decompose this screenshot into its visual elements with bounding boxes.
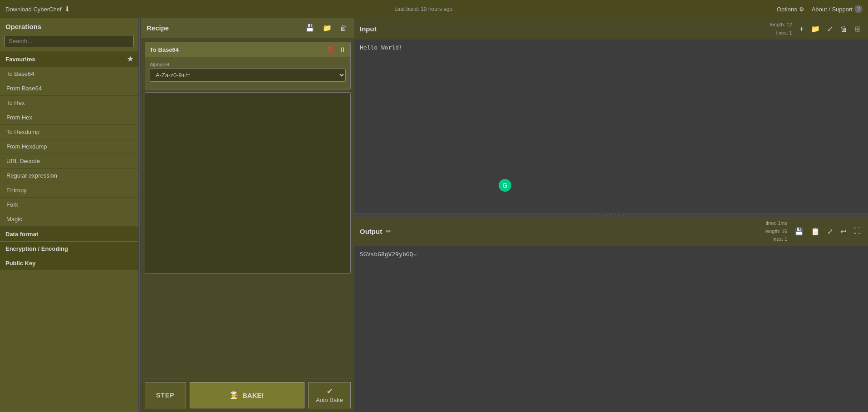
favourites-items: To Base64From Base64To HexFrom HexTo Hex… bbox=[0, 67, 138, 227]
recipe-op-title: To Base64 bbox=[150, 46, 179, 53]
recipe-op-body: Alphabet A-Za-z0-9+/= URL safe Filename … bbox=[145, 57, 350, 89]
sidebar-item-from-hexdump[interactable]: From Hexdump bbox=[0, 139, 138, 154]
output-title: Output bbox=[360, 228, 382, 235]
sidebar-item-to-hexdump[interactable]: To Hexdump bbox=[0, 125, 138, 139]
category-data-format[interactable]: Data format bbox=[0, 227, 138, 241]
favourites-header: Favourites ★ bbox=[0, 51, 138, 67]
gear-icon: ⚙ bbox=[799, 6, 804, 13]
input-maximize-button[interactable]: ⤢ bbox=[825, 24, 835, 34]
input-textarea[interactable]: Hello World! bbox=[354, 40, 868, 213]
options-button[interactable]: Options ⚙ bbox=[777, 6, 804, 13]
io-panel: Input length: 12 lines: 1 + 📁 ⤢ 🗑 ⊞ bbox=[354, 18, 868, 412]
sidebar-item-from-base64[interactable]: From Base64 bbox=[0, 81, 138, 96]
output-meta: time: 1ms length: 16 lines: 1 bbox=[765, 219, 787, 243]
input-section: Input length: 12 lines: 1 + 📁 ⤢ 🗑 ⊞ bbox=[354, 18, 868, 214]
output-copy-button[interactable]: 📋 bbox=[809, 226, 822, 237]
recipe-header-icons: 💾 📁 🗑 bbox=[304, 23, 349, 33]
recipe-operations: To Base64 🚫 ⏸ Alphabet A-Za-z0-9+/= URL … bbox=[141, 38, 354, 378]
output-textarea[interactable]: SGVsbG8gV29ybGQ= bbox=[354, 246, 868, 412]
input-open-button[interactable]: 📁 bbox=[809, 24, 822, 34]
recipe-delete-button[interactable]: 🗑 bbox=[338, 23, 349, 33]
recipe-header: Recipe 💾 📁 🗑 bbox=[141, 18, 354, 38]
recipe-save-button[interactable]: 💾 bbox=[304, 23, 316, 33]
sidebar-item-entropy[interactable]: Entropy bbox=[0, 183, 138, 198]
topbar-left: Download CyberChef ⬇ bbox=[5, 5, 70, 13]
star-icon: ★ bbox=[127, 55, 133, 63]
recipe-op-to-base64: To Base64 🚫 ⏸ Alphabet A-Za-z0-9+/= URL … bbox=[145, 42, 351, 89]
auto-bake-label: Auto Bake bbox=[316, 397, 343, 403]
categories-list: Data formatEncryption / EncodingPublic K… bbox=[0, 227, 138, 270]
bake-chef-icon: 👨‍🍳 bbox=[230, 391, 239, 399]
input-title: Input bbox=[360, 25, 377, 33]
output-lines-label: lines: bbox=[771, 236, 783, 242]
input-length-value: 12 bbox=[786, 22, 792, 27]
auto-bake-check-icon: ✔ bbox=[327, 387, 333, 396]
recipe-op-pause-button[interactable]: ⏸ bbox=[339, 46, 346, 53]
sidebar-item-regular-expression[interactable]: Regular expression bbox=[0, 169, 138, 183]
status-indicator: G bbox=[499, 179, 511, 192]
support-label: About / Support bbox=[812, 6, 853, 13]
build-info: Last build: 10 hours ago bbox=[394, 6, 452, 12]
input-grid-button[interactable]: ⊞ bbox=[853, 24, 863, 34]
status-icon: G bbox=[503, 182, 508, 189]
recipe-panel: Recipe 💾 📁 🗑 To Base64 🚫 ⏸ Alphabet bbox=[141, 18, 354, 412]
alphabet-select[interactable]: A-Za-z0-9+/= URL safe Filename safe bbox=[150, 69, 346, 82]
category-public-key[interactable]: Public Key bbox=[0, 256, 138, 270]
alphabet-field: Alphabet A-Za-z0-9+/= URL safe Filename … bbox=[150, 62, 346, 82]
topbar-right: Options ⚙ About / Support ? bbox=[777, 5, 863, 13]
sidebar: Operations Favourites ★ To Base64From Ba… bbox=[0, 18, 138, 412]
input-delete-button[interactable]: 🗑 bbox=[839, 24, 849, 34]
input-length-label: length: bbox=[770, 22, 785, 27]
output-maximize-button[interactable]: ⤢ bbox=[825, 226, 835, 237]
options-label: Options bbox=[777, 6, 797, 13]
auto-bake-button[interactable]: ✔ Auto Bake bbox=[308, 382, 351, 408]
input-lines-label: lines: bbox=[776, 30, 788, 35]
sidebar-list: Favourites ★ To Base64From Base64To HexF… bbox=[0, 51, 138, 412]
output-icons: 💾 📋 ⤢ ↩ ⛶ bbox=[793, 226, 863, 237]
output-title-area: Output ✏ bbox=[360, 228, 391, 235]
recipe-op-header: To Base64 🚫 ⏸ bbox=[145, 42, 350, 57]
sidebar-search-container bbox=[5, 35, 134, 47]
favourites-label: Favourites bbox=[5, 56, 35, 63]
sidebar-resize-handle[interactable] bbox=[138, 18, 141, 412]
sidebar-item-url-decode[interactable]: URL Decode bbox=[0, 154, 138, 169]
alphabet-label: Alphabet bbox=[150, 62, 346, 67]
question-icon: ? bbox=[854, 5, 863, 13]
recipe-footer: STEP 👨‍🍳 BAKE! ✔ Auto Bake bbox=[141, 378, 354, 412]
output-length-value: 16 bbox=[782, 228, 787, 234]
input-add-button[interactable]: + bbox=[798, 24, 805, 34]
sidebar-title: Operations bbox=[0, 18, 138, 35]
input-lines-value: 1 bbox=[790, 30, 792, 35]
step-button[interactable]: STEP bbox=[145, 382, 186, 408]
output-edit-button[interactable]: ✏ bbox=[386, 228, 391, 235]
output-time-label: time: bbox=[765, 220, 776, 226]
output-section: Output ✏ time: 1ms length: 16 lines: 1 💾… bbox=[354, 217, 868, 412]
sidebar-item-fork[interactable]: Fork bbox=[0, 198, 138, 212]
output-header: Output ✏ time: 1ms length: 16 lines: 1 💾… bbox=[354, 217, 868, 246]
category-encryption--encoding[interactable]: Encryption / Encoding bbox=[0, 241, 138, 256]
download-icon: ⬇ bbox=[64, 5, 70, 13]
recipe-op-controls: 🚫 ⏸ bbox=[328, 46, 346, 53]
output-fullscreen-button[interactable]: ⛶ bbox=[852, 226, 863, 236]
output-save-button[interactable]: 💾 bbox=[793, 226, 805, 237]
input-meta: length: 12 lines: 1 bbox=[770, 21, 792, 37]
output-lines-value: 1 bbox=[785, 236, 787, 242]
input-icons: + 📁 ⤢ 🗑 ⊞ bbox=[798, 24, 863, 34]
recipe-op-disable-button[interactable]: 🚫 bbox=[328, 46, 336, 53]
input-header: Input length: 12 lines: 1 + 📁 ⤢ 🗑 ⊞ bbox=[354, 18, 868, 40]
sidebar-item-to-hex[interactable]: To Hex bbox=[0, 96, 138, 110]
recipe-op-empty bbox=[145, 92, 351, 274]
sidebar-item-magic[interactable]: Magic bbox=[0, 212, 138, 227]
support-button[interactable]: About / Support ? bbox=[812, 5, 863, 13]
recipe-open-button[interactable]: 📁 bbox=[321, 23, 333, 33]
output-time-value: 1ms bbox=[778, 220, 787, 226]
output-undo-button[interactable]: ↩ bbox=[839, 226, 848, 237]
bake-button[interactable]: 👨‍🍳 BAKE! bbox=[190, 382, 304, 408]
sidebar-item-to-base64[interactable]: To Base64 bbox=[0, 67, 138, 81]
bake-label: BAKE! bbox=[242, 392, 264, 399]
download-button[interactable]: Download CyberChef bbox=[5, 6, 62, 13]
output-length-label: length: bbox=[765, 228, 780, 234]
recipe-title: Recipe bbox=[147, 24, 169, 32]
sidebar-item-from-hex[interactable]: From Hex bbox=[0, 110, 138, 125]
search-input[interactable] bbox=[5, 35, 134, 47]
